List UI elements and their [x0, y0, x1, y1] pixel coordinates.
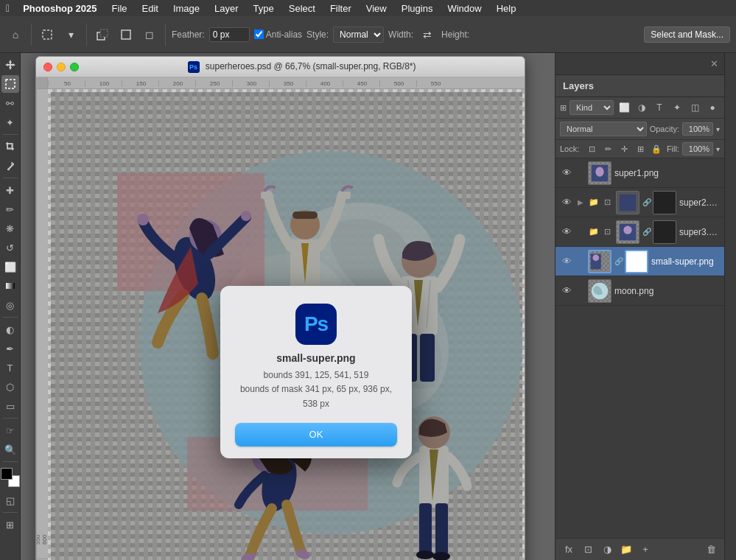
anti-alias-checkbox[interactable] [254, 29, 264, 39]
menu-layer[interactable]: Layer [208, 1, 245, 15]
select-mask-button[interactable]: Select and Mask... [644, 27, 730, 43]
marquee-options-icon[interactable]: ▾ [61, 25, 80, 44]
screen-mode-tool[interactable]: ⊞ [1, 516, 19, 533]
style-select[interactable]: Normal [333, 27, 384, 43]
pen-tool[interactable]: ✒ [1, 340, 19, 357]
filter-smart-icon[interactable]: ◫ [687, 100, 702, 115]
home-icon[interactable]: ⌂ [6, 25, 25, 44]
delete-layer-icon[interactable]: 🗑 [704, 542, 718, 557]
move-tool[interactable] [1, 56, 19, 74]
menu-window[interactable]: Window [441, 1, 487, 15]
layer-visibility-moon[interactable]: 👁 [560, 285, 573, 296]
filter-kind-select[interactable]: Kind [569, 100, 614, 115]
opacity-input[interactable] [682, 122, 713, 136]
crop-tool[interactable] [1, 138, 19, 155]
panel-close-icon[interactable]: ✕ [710, 58, 718, 69]
menu-filter[interactable]: Filter [324, 1, 357, 15]
filter-type-icon[interactable]: T [652, 100, 667, 115]
canvas-content: 50 100 150 200 250 300 350 400 450 500 5… [36, 89, 525, 560]
lock-all-icon[interactable]: 🔒 [650, 142, 663, 155]
create-group-icon[interactable]: 📁 [619, 542, 634, 557]
text-tool[interactable]: T [1, 359, 19, 377]
menu-image[interactable]: Image [167, 1, 206, 15]
ruler-marks: 50 100 150 200 250 300 350 400 450 500 5… [48, 80, 453, 87]
menu-app-name[interactable]: Photoshop 2025 [17, 1, 102, 15]
layer-item-super2[interactable]: 👁 ▶ 📁 ⊡ 🔗 super2.png [555, 188, 724, 217]
svg-rect-0 [43, 30, 52, 39]
feather-label: Feather: [172, 29, 205, 40]
panel-top-strip: ✕ [555, 53, 724, 75]
document-title: Ps superheroes.psd @ 66,7% (small-super.… [86, 61, 517, 73]
filter-shape-icon[interactable]: ✦ [670, 100, 684, 115]
menu-select[interactable]: Select [283, 1, 321, 15]
marquee-tool-icon[interactable] [38, 25, 57, 44]
menu-type[interactable]: Type [248, 1, 280, 15]
add-layer-fx-icon[interactable]: fx [561, 542, 576, 557]
lock-transparent-icon[interactable]: ⊡ [585, 142, 598, 155]
modal-overlay: Ps small-super.png bounds 391, 125, 541,… [51, 92, 522, 560]
shape-tool[interactable]: ▭ [1, 397, 19, 415]
layer-item-super3[interactable]: 👁 📁 ⊡ 🔗 super3.png [555, 217, 724, 247]
hand-tool[interactable]: ☞ [1, 421, 19, 439]
layer-item-small-super[interactable]: 👁 🔗 small-super.png [555, 247, 724, 276]
menu-view[interactable]: View [360, 1, 393, 15]
canvas-area: Ps superheroes.psd @ 66,7% (small-super.… [21, 53, 555, 560]
fill-input[interactable] [682, 142, 713, 155]
lock-image-icon[interactable]: ✏ [601, 142, 614, 155]
add-layer-mask-icon[interactable]: ⊡ [581, 542, 595, 557]
canvas[interactable]: Ps small-super.png bounds 391, 125, 541,… [48, 89, 525, 560]
transform-icon[interactable] [93, 25, 112, 44]
layers-list[interactable]: 👁 super1.png 👁 ▶ 📁 ⊡ [555, 158, 724, 538]
brush-tool[interactable]: ✏ [1, 200, 19, 218]
foreground-color-swatch[interactable] [1, 468, 13, 480]
quick-mask-tool[interactable]: ◱ [1, 491, 19, 509]
color-swatches[interactable] [1, 468, 20, 487]
layer-expand-super2[interactable]: ▶ [576, 198, 585, 206]
layer-visibility-super3[interactable]: 👁 [560, 226, 573, 237]
blend-mode-select[interactable]: Normal [560, 122, 647, 136]
history-tool[interactable]: ↺ [1, 239, 19, 256]
magic-wand-tool[interactable]: ✦ [1, 113, 19, 131]
path-tool[interactable]: ⬡ [1, 378, 19, 396]
svg-rect-5 [6, 80, 15, 88]
minimize-window-button[interactable] [57, 63, 66, 71]
layer-visibility-super2[interactable]: 👁 [560, 197, 573, 208]
filter-adjustment-icon[interactable]: ◑ [634, 100, 649, 115]
lock-position-icon[interactable]: ✛ [617, 142, 631, 155]
menu-file[interactable]: File [106, 1, 133, 15]
swap-icon[interactable]: ⇄ [418, 25, 437, 44]
blend-mode-row: Normal Opacity: ▾ [555, 119, 724, 140]
lock-artboard-icon[interactable]: ⊞ [634, 142, 647, 155]
eraser-tool[interactable]: ⬜ [1, 258, 19, 276]
create-adjustment-icon[interactable]: ◑ [600, 542, 614, 557]
lasso-tool[interactable]: ⚯ [1, 94, 19, 112]
eyedropper-tool[interactable] [1, 157, 19, 175]
filter-toggle[interactable]: ● [705, 100, 720, 115]
layer-visibility-small-super[interactable]: 👁 [560, 256, 573, 267]
create-layer-icon[interactable]: + [638, 542, 653, 557]
filter-pixel-icon[interactable]: ⬜ [617, 100, 631, 115]
menu-plugins[interactable]: Plugins [396, 1, 439, 15]
menu-edit[interactable]: Edit [136, 1, 164, 15]
blur-tool[interactable]: ◎ [1, 296, 19, 314]
toolbar: ⌂ ▾ ◻ Feather: Anti-alias Style: Normal … [0, 16, 736, 53]
layer-item-moon[interactable]: 👁 moon.png [555, 276, 724, 306]
ps-icon: Ps [188, 61, 200, 73]
gradient-tool[interactable] [1, 277, 19, 295]
marquee-tool[interactable] [1, 75, 19, 93]
transform2-icon[interactable] [116, 25, 136, 44]
close-window-button[interactable] [43, 63, 52, 71]
menu-help[interactable]: Help [491, 1, 522, 15]
layer-group-icon2-super3: ⊡ [601, 226, 613, 238]
zoom-tool[interactable]: 🔍 [1, 441, 19, 458]
layer-item-super1[interactable]: 👁 super1.png [555, 158, 724, 188]
zoom-window-button[interactable] [70, 63, 79, 71]
transform3-icon[interactable]: ◻ [140, 25, 159, 44]
heal-tool[interactable]: ✚ [1, 181, 19, 199]
feather-input[interactable] [209, 27, 250, 42]
dodge-tool[interactable]: ◐ [1, 321, 19, 338]
ok-button[interactable]: OK [235, 423, 397, 447]
layer-visibility-super1[interactable]: 👁 [560, 167, 573, 178]
layer-name-super2: super2.png [679, 197, 720, 208]
clone-tool[interactable]: ❋ [1, 220, 19, 237]
